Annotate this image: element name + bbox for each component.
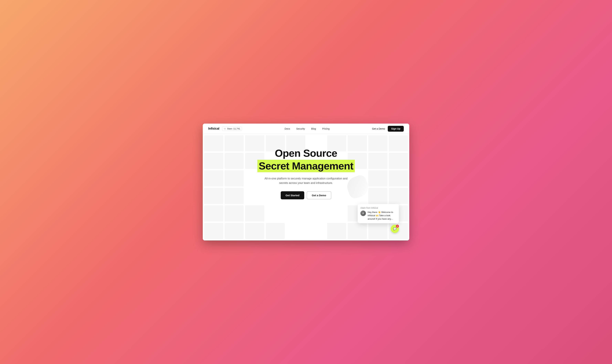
hero-section: Open Source Secret Management All-in-one… <box>203 134 409 240</box>
get-demo-hero-button[interactable]: Get a Demo <box>307 191 331 199</box>
nav-link-docs[interactable]: Docs <box>284 127 290 130</box>
chat-popup[interactable]: Adam from Infisical A Hey there 👋 Welcom… <box>358 204 399 223</box>
chat-bubble-button[interactable]: 💬 1 <box>391 225 399 233</box>
grid-cell <box>245 223 264 239</box>
hero-title-line1: Open Source <box>275 148 337 159</box>
hero-buttons: Get Started Get a Demo <box>281 191 331 199</box>
hero-title-line2: Secret Management <box>257 160 355 172</box>
chat-bubble-icon: 💬 <box>393 227 397 231</box>
grid-cell <box>368 223 387 239</box>
grid-cell <box>307 223 326 239</box>
hero-subtitle: All-in-one platform to securely manage a… <box>261 176 351 185</box>
sign-up-button[interactable]: Sign Up <box>388 126 404 132</box>
stars-badge[interactable]: ☆ Stars 11,741 <box>222 127 242 131</box>
chat-from-label: Adam from Infisical <box>360 207 396 209</box>
navbar-right: Get a Demo Sign Up <box>372 126 404 132</box>
get-started-button[interactable]: Get Started <box>281 191 304 199</box>
star-icon: ☆ <box>224 127 226 130</box>
stars-label: Stars <box>227 127 232 130</box>
stars-count: 11,741 <box>233 127 240 130</box>
notification-badge: 1 <box>396 225 399 228</box>
nav-link-pricing[interactable]: Pricing <box>322 127 330 130</box>
nav-link-blog[interactable]: Blog <box>311 127 316 130</box>
grid-cell <box>348 223 367 239</box>
grid-cell <box>327 223 346 239</box>
navbar: Infisical ☆ Stars 11,741 Docs Security B… <box>203 124 409 134</box>
get-demo-nav-button[interactable]: Get a Demo <box>372 127 385 130</box>
hero-content: Open Source Secret Management All-in-one… <box>203 134 409 210</box>
logo[interactable]: Infisical <box>208 127 219 130</box>
grid-cell <box>225 223 244 239</box>
browser-window: Infisical ☆ Stars 11,741 Docs Security B… <box>203 124 409 240</box>
navbar-left: Infisical ☆ Stars 11,741 <box>208 127 242 131</box>
chat-message: Hey there 👋 Welcome to Infisical 🙌 Take … <box>368 210 396 221</box>
grid-cell <box>266 223 285 239</box>
grid-cell <box>204 223 223 239</box>
chat-body: A Hey there 👋 Welcome to Infisical 🙌 Tak… <box>360 210 396 221</box>
navbar-center: Docs Security Blog Pricing <box>284 127 329 130</box>
nav-link-security[interactable]: Security <box>296 127 305 130</box>
avatar: A <box>360 210 366 216</box>
avatar-initials: A <box>362 212 364 214</box>
grid-cell <box>286 223 305 239</box>
